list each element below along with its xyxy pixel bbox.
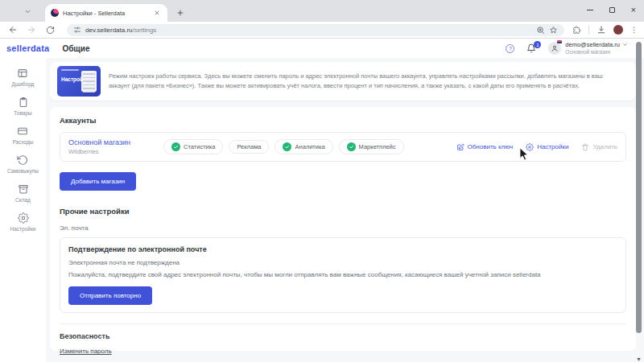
sidebar-nav: Дшиборд Товары Расходы Самовыкупы Склад: [0, 58, 46, 362]
update-key-label: Обновить ключ: [468, 143, 514, 150]
expenses-icon: [17, 125, 28, 137]
window-maximize-icon[interactable]: [609, 7, 615, 13]
check-icon: [171, 142, 180, 151]
sidebar-item-label: Расходы: [12, 139, 33, 145]
sellerdata-logo[interactable]: sellerdata: [6, 43, 49, 53]
sidebar-item-label: Склад: [15, 197, 31, 203]
badge-label: Аналитика: [295, 143, 324, 150]
email-confirmation-title: Подтверждение по электронной почте: [68, 245, 617, 253]
url-host: dev.sellerdata.ru: [85, 27, 133, 34]
app-viewport: sellerdata Общие ? 1 demo@sellerdata.ru: [0, 39, 644, 362]
store-settings-label: Настройки: [537, 143, 568, 150]
store-actions: Обновить ключ Настройки Удалить: [456, 143, 617, 151]
badge-marketplace: Маркетплейс: [339, 139, 404, 154]
header-actions: ? 1 demo@sellerdata.ru Осн: [506, 41, 628, 56]
products-icon: [18, 97, 29, 108]
notifications-bell[interactable]: 1: [526, 43, 536, 53]
banner-description: Режим настроек работы сервиса. Здесь вы …: [109, 72, 629, 91]
extensions-icon[interactable]: [572, 26, 581, 35]
delete-store-label: Удалить: [592, 143, 617, 150]
thumb-screenshot: [81, 71, 97, 92]
site-favicon: [51, 9, 59, 17]
sidebar-item-buyouts[interactable]: Самовыкупы: [7, 154, 39, 174]
email-confirmation-card: Подтверждение по электронной почте Элект…: [60, 237, 626, 313]
resend-email-button[interactable]: Отправить повторно: [68, 286, 152, 305]
user-menu[interactable]: demo@sellerdata.ru Основной магазин: [548, 41, 628, 56]
buyouts-icon: [17, 154, 28, 166]
chevron-down-icon: [622, 42, 628, 47]
tab-close-icon[interactable]: [152, 8, 162, 18]
sidebar-item-warehouse[interactable]: Склад: [15, 183, 31, 203]
sidebar-item-label: Дшиборд: [12, 81, 35, 87]
badge-analytics: Аналитика: [275, 139, 332, 154]
trash-icon: [581, 143, 589, 151]
window-minimize-icon[interactable]: [587, 10, 593, 10]
other-settings-heading: Прочие настройки: [60, 207, 626, 216]
toolbar-right: ⋮: [572, 25, 638, 35]
window-close-icon[interactable]: ×: [631, 6, 636, 14]
scrollbar-thumb[interactable]: [636, 42, 642, 333]
forward-icon[interactable]: [25, 23, 38, 36]
thumb-decoration: [61, 69, 79, 71]
window-controls: ×: [587, 3, 636, 16]
site-settings-icon[interactable]: [73, 26, 81, 34]
delete-store-button[interactable]: Удалить: [581, 143, 617, 151]
settings-card: Аккаунты Основной магазин Wildberries Ст…: [50, 107, 636, 351]
user-info: demo@sellerdata.ru Основной магазин: [565, 41, 628, 56]
sidebar-item-label: Товары: [14, 110, 31, 116]
url-text: dev.sellerdata.ru/settings: [85, 27, 532, 34]
email-message: Пожалуйста, подтвердите свой адрес элект…: [68, 270, 617, 280]
warehouse-icon: [18, 183, 29, 195]
sidebar-item-label: Самовыкупы: [7, 168, 39, 174]
tutorial-video-thumbnail[interactable]: Настрой: [57, 66, 101, 97]
badge-statistics: Статистика: [163, 139, 223, 154]
check-icon: [347, 142, 356, 151]
sidebar-item-expenses[interactable]: Расходы: [12, 125, 33, 145]
browser-tabstrip: Настройки - Sellerdata ×: [0, 0, 644, 22]
back-icon[interactable]: [6, 23, 19, 36]
mouse-cursor: [519, 148, 529, 161]
new-tab-button[interactable]: [174, 6, 186, 19]
add-store-button[interactable]: Добавить магазин: [60, 172, 136, 191]
email-section-label: Эл. почта: [60, 224, 626, 232]
sidebar-item-settings[interactable]: Настройки: [10, 212, 36, 232]
tab-search-button[interactable]: [19, 6, 35, 17]
info-banner: Настрой Режим настроек работы сервиса. З…: [50, 62, 636, 101]
security-section: Безопасность Изменить пароль: [60, 323, 626, 356]
store-row: Основной магазин Wildberries Статистика …: [60, 132, 626, 162]
sidebar-item-dashboard[interactable]: Дшиборд: [12, 68, 35, 87]
browser-menu-icon[interactable]: ⋮: [630, 27, 638, 34]
zoom-icon[interactable]: [536, 26, 545, 35]
reload-icon[interactable]: [43, 23, 56, 36]
store-name-link[interactable]: Основной магазин: [68, 138, 163, 146]
settings-content: Настрой Режим настроек работы сервиса. З…: [46, 58, 644, 362]
scrollbar-down-arrow[interactable]: ▼: [636, 356, 642, 362]
security-heading: Безопасность: [60, 332, 626, 340]
user-avatar: [548, 42, 561, 55]
edit-icon: [456, 143, 464, 151]
store-settings-button[interactable]: Настройки: [526, 143, 568, 151]
badge-label: Статистика: [184, 143, 215, 150]
tab-title: Настройки - Sellerdata: [63, 10, 148, 17]
toolbar-divider: [588, 25, 589, 35]
avatar-flag-icon: [557, 40, 562, 43]
badge-label: Маркетплейс: [359, 143, 396, 150]
url-path: /settings: [133, 27, 157, 34]
help-icon[interactable]: ?: [506, 44, 514, 53]
user-email: demo@sellerdata.ru: [565, 41, 620, 48]
accounts-heading: Аккаунты: [60, 116, 626, 125]
bookmark-star-icon[interactable]: [549, 26, 558, 35]
address-bar[interactable]: dev.sellerdata.ru/settings: [67, 24, 564, 36]
check-icon: [283, 142, 291, 151]
dashboard-icon: [17, 68, 28, 79]
browser-tab[interactable]: Настройки - Sellerdata: [45, 4, 167, 22]
downloads-icon[interactable]: [597, 25, 606, 35]
change-password-link[interactable]: Изменить пароль: [60, 348, 112, 355]
sidebar-item-label: Настройки: [10, 226, 36, 232]
browser-profile-avatar[interactable]: [613, 25, 623, 35]
update-key-button[interactable]: Обновить ключ: [456, 143, 514, 151]
thumb-label: Настрой: [61, 76, 83, 82]
sidebar-item-products[interactable]: Товары: [14, 97, 31, 116]
screenshot-root: Настройки - Sellerdata × dev.sellerdata.…: [0, 0, 644, 362]
email-status: Электронная почта не подтверждена: [68, 258, 617, 268]
